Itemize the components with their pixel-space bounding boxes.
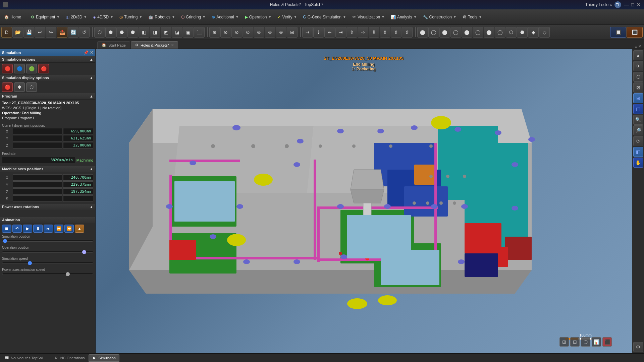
sim-speed-thumb[interactable] — [28, 261, 32, 265]
nav-icon-1[interactable]: ⊞ — [559, 337, 569, 347]
sim-icon-1[interactable]: 🔴 — [2, 64, 13, 73]
toolbar-btn-4[interactable]: ⬟ — [127, 27, 138, 38]
toolbar-btn-37[interactable]: ⬡ — [506, 27, 517, 38]
menu-item-gcode[interactable]: G G-Code Simulation ▼ — [300, 13, 349, 21]
nav-icon-3[interactable]: ⬡ — [581, 337, 590, 347]
tab-holes-pockets[interactable]: ⚙ Holes & Pockets* ✕ — [131, 41, 178, 49]
menu-item-construction[interactable]: 🔧 Construction ▼ — [420, 13, 459, 21]
toolbar-btn-40[interactable]: ◇ — [539, 27, 550, 38]
anim-play-button[interactable]: ▶ — [23, 225, 32, 233]
toolbar-btn-special-blue[interactable]: 🔲 — [610, 27, 626, 38]
toolbar-btn-18[interactable]: ⊞ — [287, 27, 298, 38]
menu-item-additional[interactable]: ⊕ Additional ▼ — [209, 13, 241, 21]
menu-item-turning[interactable]: ◷ Turning ▼ — [117, 13, 145, 21]
power-anim-speed-thumb[interactable] — [66, 272, 70, 276]
maximize-button[interactable]: □ — [630, 2, 635, 7]
toolbar-btn-19[interactable]: ⇢ — [302, 27, 313, 38]
save-button[interactable]: 💾 — [23, 27, 34, 38]
toolbar-btn-23[interactable]: ⇧ — [346, 27, 357, 38]
anim-stepfwd-button[interactable]: ⏭ — [44, 225, 53, 233]
right-btn-select[interactable]: ◧ — [633, 147, 643, 157]
menu-item-tools[interactable]: 🛠 Tools ▼ — [460, 13, 485, 21]
power-anim-speed-track[interactable] — [2, 273, 93, 275]
toolbar-btn-10[interactable]: ⬛ — [194, 27, 205, 38]
toolbar-btn-24[interactable]: ⇨ — [358, 27, 368, 38]
right-btn-view-2[interactable]: ◫ — [633, 104, 643, 114]
toolbar-btn-11[interactable]: ⊕ — [209, 27, 220, 38]
toolbar-btn-15[interactable]: ⊛ — [254, 27, 264, 38]
nav-icon-2[interactable]: ⊟ — [570, 337, 580, 347]
panel-close-icon[interactable]: ✕ — [90, 50, 93, 55]
toolbar-btn-25[interactable]: ⇩ — [369, 27, 379, 38]
right-btn-zoom-fit[interactable]: ⊠ — [633, 82, 643, 93]
toolbar-btn-special-2[interactable]: 🔳 — [627, 27, 643, 38]
menu-item-analysis[interactable]: 📊 Analysis ▼ — [388, 13, 420, 21]
menu-item-grinding[interactable]: ⬡ Grinding ▼ — [178, 13, 208, 21]
right-btn-view-grid[interactable]: ⊞ — [633, 93, 643, 103]
bottom-tab-nc-ops[interactable]: ⚙ NC Operations — [50, 354, 89, 362]
bottom-tab-simulation[interactable]: ▶ Simulation — [89, 354, 119, 362]
menu-item-robotics[interactable]: 🤖 Robotics ▼ — [146, 13, 178, 21]
tab-start-page[interactable]: 🏠 Start Page — [97, 41, 130, 49]
open-button[interactable]: 📂 — [12, 27, 23, 38]
right-btn-zoom-in[interactable]: 🔍 — [633, 115, 643, 125]
right-btn-settings[interactable]: ⚙ — [633, 342, 643, 352]
nav-icon-4[interactable]: 📊 — [592, 337, 601, 347]
section-animation[interactable]: Animation — [0, 217, 95, 223]
toolbar-btn-21[interactable]: ⇤ — [324, 27, 335, 38]
anim-rewind-button[interactable]: ↶ — [12, 225, 22, 233]
toolbar-btn-29[interactable]: ⬤ — [417, 27, 428, 38]
refresh2-button[interactable]: ↺ — [79, 27, 90, 38]
toolbar-btn-5[interactable]: ◧ — [139, 27, 149, 38]
toolbar-btn-17[interactable]: ⊝ — [276, 27, 286, 38]
refresh-button[interactable]: 🔄 — [68, 27, 78, 38]
toolbar-btn-9[interactable]: ▣ — [183, 27, 194, 38]
export-button[interactable]: 📤 — [57, 27, 67, 38]
sim-icon-4[interactable]: 🔴 — [38, 64, 49, 73]
viewport[interactable]: 2T_EC200E38-3C20_50 MAXIN 20X105 End Mil… — [96, 49, 632, 353]
anim-pause-button[interactable]: ⏸ — [33, 225, 43, 233]
nav-icon-5[interactable]: ⬛ — [602, 337, 612, 347]
right-btn-nav-iso[interactable]: ⬡ — [633, 72, 643, 82]
menu-item-equipment[interactable]: ⚙ Equipment ▼ — [28, 13, 62, 21]
panel-pin-icon[interactable]: 📌 — [84, 50, 89, 55]
toolbar-btn-35[interactable]: ⬤ — [484, 27, 494, 38]
toolbar-btn-20[interactable]: ⇣ — [313, 27, 324, 38]
sim-display-icon-3[interactable]: ⬡ — [26, 82, 37, 92]
toolbar-btn-39[interactable]: ◆ — [528, 27, 539, 38]
right-btn-zoom-out[interactable]: 🔎 — [633, 125, 643, 135]
sim-icon-2[interactable]: 🔵 — [14, 64, 25, 73]
sim-display-icon-2[interactable]: ✱ — [14, 82, 25, 92]
sim-icon-3[interactable]: 🟢 — [26, 64, 37, 73]
menu-item-operation[interactable]: ▶ Operation ▼ — [242, 13, 274, 21]
sim-position-track[interactable] — [2, 240, 93, 242]
anim-fastfwd2-button[interactable]: ⏩ — [64, 225, 74, 233]
right-btn-pan[interactable]: ✋ — [633, 158, 643, 168]
section-sim-options[interactable]: Simulation options ▲ — [0, 56, 95, 63]
menu-item-home[interactable]: 🏠 Home — [1, 13, 24, 21]
section-machine-axes[interactable]: Machine axes positions ▲ — [0, 166, 95, 172]
toolbar-btn-26[interactable]: ⇪ — [380, 27, 390, 38]
anim-speedup-button[interactable]: ▲ — [75, 225, 84, 233]
op-position-thumb[interactable] — [82, 250, 86, 254]
tab-close-all-icon[interactable]: ✕ — [638, 44, 641, 49]
toolbar-btn-33[interactable]: ⬤ — [462, 27, 472, 38]
right-btn-rotate[interactable]: ⟳ — [633, 136, 643, 146]
tab-list-icon[interactable]: ≡ — [635, 45, 637, 49]
toolbar-btn-27[interactable]: ⇫ — [391, 27, 401, 38]
anim-stop-button[interactable]: ⏹ — [2, 225, 11, 233]
toolbar-btn-28[interactable]: ⇬ — [402, 27, 413, 38]
close-button[interactable]: ✕ — [636, 2, 641, 7]
section-power-axes[interactable]: Power axes rotations ▲ — [0, 204, 95, 210]
right-btn-nav-plane[interactable]: ✈ — [633, 61, 643, 71]
redo-button[interactable]: ↪ — [46, 27, 56, 38]
toolbar-btn-22[interactable]: ⇥ — [335, 27, 346, 38]
toolbar-btn-31[interactable]: ⬤ — [439, 27, 450, 38]
toolbar-btn-30[interactable]: ◯ — [428, 27, 439, 38]
sim-display-icon-1[interactable]: 🔴 — [2, 82, 13, 92]
section-program[interactable]: Program ▲ — [0, 93, 95, 100]
section-sim-display[interactable]: Simulation display options ▲ — [0, 75, 95, 81]
toolbar-btn-8[interactable]: ◪ — [172, 27, 182, 38]
toolbar-btn-13[interactable]: ⊘ — [231, 27, 242, 38]
bottom-tab-nouveautes[interactable]: 📰 Nouveautés TopSoli... — [1, 354, 50, 362]
